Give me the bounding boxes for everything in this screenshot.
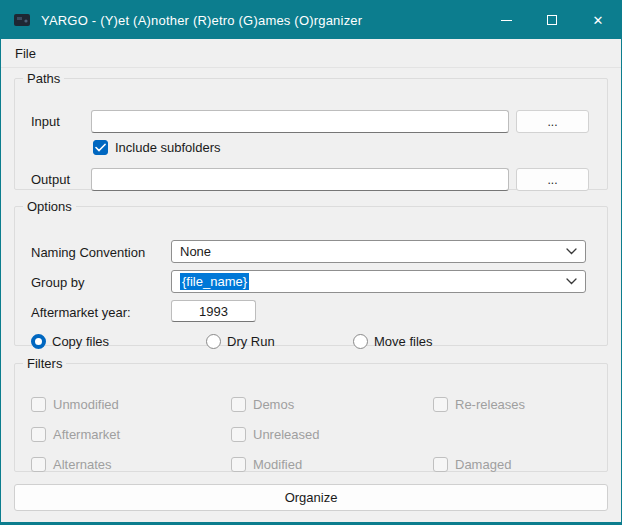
filter-damaged-checkbox: [433, 457, 448, 472]
filter-demos-label: Demos: [253, 397, 294, 412]
filter-unreleased-label: Unreleased: [253, 427, 320, 442]
minimize-icon: [501, 20, 512, 21]
radio-move-files-label: Move files: [374, 334, 433, 349]
filter-demos-checkbox: [231, 397, 246, 412]
options-group: Options Naming Convention None Group by …: [14, 199, 608, 346]
chevron-down-icon: [566, 278, 577, 285]
titlebar[interactable]: YARGO - (Y)et (A)nother (R)etro (G)ames …: [1, 1, 621, 39]
input-label: Input: [31, 114, 60, 129]
filter-modified-label: Modified: [253, 457, 302, 472]
filter-unreleased-checkbox: [231, 427, 246, 442]
menu-file[interactable]: File: [6, 41, 45, 66]
include-subfolders-label: Include subfolders: [115, 140, 221, 155]
include-subfolders-checkbox[interactable]: [93, 140, 108, 155]
radio-unselected-icon: [206, 334, 221, 349]
app-icon: [13, 11, 31, 29]
window-title: YARGO - (Y)et (A)nother (R)etro (G)ames …: [41, 13, 362, 28]
filter-item-aftermarket: Aftermarket: [31, 427, 120, 442]
paths-legend: Paths: [23, 71, 64, 86]
radio-selected-icon: [31, 334, 46, 349]
filter-re-releases-label: Re-releases: [455, 397, 525, 412]
filter-item-demos: Demos: [231, 397, 294, 412]
close-icon: ✕: [593, 13, 604, 28]
radio-dry-run[interactable]: Dry Run: [206, 334, 275, 349]
organize-button[interactable]: Organize: [14, 484, 608, 511]
group-by-select[interactable]: {file_name}: [171, 270, 586, 293]
filter-aftermarket-label: Aftermarket: [53, 427, 120, 442]
radio-unselected-icon: [353, 334, 368, 349]
filter-item-modified: Modified: [231, 457, 302, 472]
maximize-icon: [547, 15, 557, 25]
filter-item-re-releases: Re-releases: [433, 397, 525, 412]
naming-convention-label: Naming Convention: [31, 245, 145, 260]
naming-convention-select[interactable]: None: [171, 240, 586, 263]
minimize-button[interactable]: [483, 1, 529, 39]
options-legend: Options: [23, 199, 76, 214]
menu-bar: File: [1, 39, 621, 68]
group-by-value: {file_name}: [180, 273, 249, 290]
radio-move-files[interactable]: Move files: [353, 334, 433, 349]
caption-buttons: ✕: [483, 1, 621, 39]
input-browse-button[interactable]: ...: [516, 110, 589, 133]
aftermarket-year-field[interactable]: [171, 300, 256, 322]
filter-alternates-label: Alternates: [53, 457, 112, 472]
filter-item-damaged: Damaged: [433, 457, 511, 472]
filter-aftermarket-checkbox: [31, 427, 46, 442]
close-button[interactable]: ✕: [575, 1, 621, 39]
maximize-button[interactable]: [529, 1, 575, 39]
filter-re-releases-checkbox: [433, 397, 448, 412]
filters-group: Filters Unmodified Demos Re-releases Aft…: [14, 356, 608, 472]
input-path-field[interactable]: [91, 110, 509, 133]
filter-damaged-label: Damaged: [455, 457, 511, 472]
filter-modified-checkbox: [231, 457, 246, 472]
filter-item-alternates: Alternates: [31, 457, 112, 472]
check-icon: [95, 143, 106, 152]
radio-copy-files[interactable]: Copy files: [31, 334, 109, 349]
paths-group: Paths Input ... Include subfolders Outpu…: [14, 71, 608, 190]
radio-dry-run-label: Dry Run: [227, 334, 275, 349]
output-label: Output: [31, 172, 70, 187]
naming-convention-value: None: [180, 244, 211, 259]
output-path-field[interactable]: [91, 168, 509, 191]
output-browse-button[interactable]: ...: [516, 168, 589, 191]
filter-alternates-checkbox: [31, 457, 46, 472]
include-subfolders[interactable]: Include subfolders: [93, 140, 221, 155]
filter-unmodified-checkbox: [31, 397, 46, 412]
filter-unmodified-label: Unmodified: [53, 397, 119, 412]
radio-copy-files-label: Copy files: [52, 334, 109, 349]
filter-item-unmodified: Unmodified: [31, 397, 119, 412]
app-window: YARGO - (Y)et (A)nother (R)etro (G)ames …: [0, 0, 622, 525]
aftermarket-year-label: Aftermarket year:: [31, 305, 131, 320]
filters-legend: Filters: [23, 356, 66, 371]
group-by-label: Group by: [31, 275, 84, 290]
chevron-down-icon: [566, 248, 577, 255]
filter-item-unreleased: Unreleased: [231, 427, 320, 442]
